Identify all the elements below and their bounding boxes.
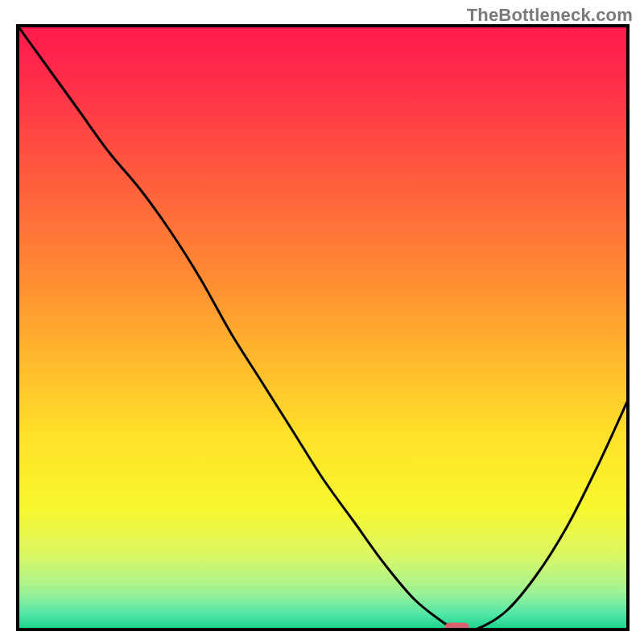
- gradient-background: [18, 26, 628, 630]
- chart-container: TheBottleneck.com: [0, 0, 644, 644]
- chart-svg: [0, 0, 644, 644]
